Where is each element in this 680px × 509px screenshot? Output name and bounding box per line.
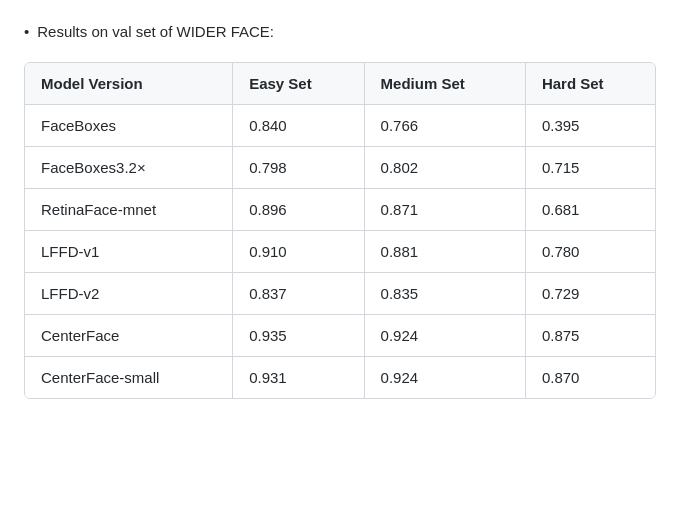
cell-r5-c0: CenterFace xyxy=(25,315,233,357)
intro-section: • Results on val set of WIDER FACE: xyxy=(24,20,656,44)
cell-r5-c2: 0.924 xyxy=(364,315,525,357)
cell-r4-c3: 0.729 xyxy=(525,273,655,315)
cell-r2-c2: 0.871 xyxy=(364,189,525,231)
cell-r6-c1: 0.931 xyxy=(233,357,364,399)
cell-r1-c2: 0.802 xyxy=(364,147,525,189)
results-table: Model Version Easy Set Medium Set Hard S… xyxy=(25,63,655,398)
cell-r3-c3: 0.780 xyxy=(525,231,655,273)
table-row: CenterFace-small0.9310.9240.870 xyxy=(25,357,655,399)
cell-r5-c3: 0.875 xyxy=(525,315,655,357)
table-header: Model Version Easy Set Medium Set Hard S… xyxy=(25,63,655,105)
cell-r2-c1: 0.896 xyxy=(233,189,364,231)
table-body: FaceBoxes0.8400.7660.395FaceBoxes3.2×0.7… xyxy=(25,105,655,399)
cell-r1-c1: 0.798 xyxy=(233,147,364,189)
cell-r3-c2: 0.881 xyxy=(364,231,525,273)
cell-r5-c1: 0.935 xyxy=(233,315,364,357)
cell-r2-c3: 0.681 xyxy=(525,189,655,231)
col-header-easy: Easy Set xyxy=(233,63,364,105)
cell-r0-c2: 0.766 xyxy=(364,105,525,147)
cell-r6-c2: 0.924 xyxy=(364,357,525,399)
table-row: RetinaFace-mnet0.8960.8710.681 xyxy=(25,189,655,231)
cell-r2-c0: RetinaFace-mnet xyxy=(25,189,233,231)
table-row: CenterFace0.9350.9240.875 xyxy=(25,315,655,357)
cell-r4-c1: 0.837 xyxy=(233,273,364,315)
table-row: FaceBoxes3.2×0.7980.8020.715 xyxy=(25,147,655,189)
bullet-point: • xyxy=(24,20,29,44)
cell-r6-c3: 0.870 xyxy=(525,357,655,399)
cell-r0-c1: 0.840 xyxy=(233,105,364,147)
col-header-model: Model Version xyxy=(25,63,233,105)
col-header-hard: Hard Set xyxy=(525,63,655,105)
cell-r3-c0: LFFD-v1 xyxy=(25,231,233,273)
table-row: FaceBoxes0.8400.7660.395 xyxy=(25,105,655,147)
cell-r4-c2: 0.835 xyxy=(364,273,525,315)
table-row: LFFD-v10.9100.8810.780 xyxy=(25,231,655,273)
cell-r0-c3: 0.395 xyxy=(525,105,655,147)
cell-r4-c0: LFFD-v2 xyxy=(25,273,233,315)
intro-text: Results on val set of WIDER FACE: xyxy=(37,20,274,44)
header-row: Model Version Easy Set Medium Set Hard S… xyxy=(25,63,655,105)
cell-r3-c1: 0.910 xyxy=(233,231,364,273)
col-header-medium: Medium Set xyxy=(364,63,525,105)
cell-r0-c0: FaceBoxes xyxy=(25,105,233,147)
table-row: LFFD-v20.8370.8350.729 xyxy=(25,273,655,315)
cell-r1-c0: FaceBoxes3.2× xyxy=(25,147,233,189)
results-table-wrapper: Model Version Easy Set Medium Set Hard S… xyxy=(24,62,656,399)
cell-r6-c0: CenterFace-small xyxy=(25,357,233,399)
cell-r1-c3: 0.715 xyxy=(525,147,655,189)
